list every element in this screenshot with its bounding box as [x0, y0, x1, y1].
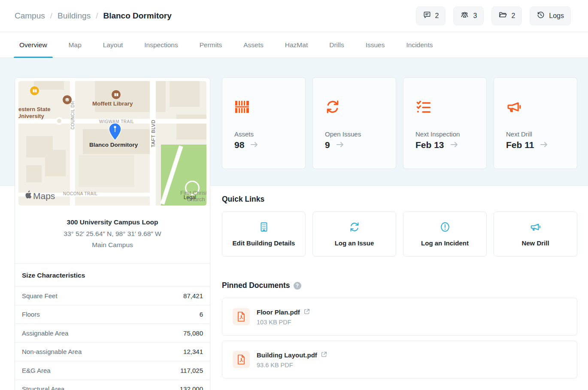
- log-an-incident-button[interactable]: Log an Incident: [403, 212, 487, 257]
- document-meta: 103 KB PDF: [257, 319, 310, 326]
- breadcrumb-buildings[interactable]: Buildings: [58, 11, 91, 21]
- row-value: 132,000: [180, 385, 203, 390]
- logs-button[interactable]: Logs: [530, 6, 571, 25]
- comment-icon: [423, 11, 431, 21]
- stat-value: Feb 13: [415, 140, 444, 150]
- apple-icon: [24, 190, 32, 201]
- pdf-file-icon: [233, 351, 250, 368]
- row-label: Floors: [22, 311, 40, 318]
- row-label: Square Feet: [22, 292, 58, 299]
- map-building-shape: [176, 115, 206, 139]
- building-icon: [258, 221, 270, 234]
- megaphone-icon: [530, 221, 541, 234]
- files-count: 2: [511, 12, 515, 20]
- map-legal-link[interactable]: Legal: [184, 194, 196, 200]
- page-title: Blanco Dormitory: [103, 11, 171, 21]
- map-label-nocona: NOCONA TRAIL: [63, 191, 97, 196]
- stat-cards: Assets 98 Open Issues 9 Next Inspection …: [222, 77, 577, 169]
- map-label-taft: TAFT BLVD: [151, 120, 156, 148]
- sync-icon: [325, 109, 340, 116]
- quick-links-title: Quick Links: [222, 195, 577, 204]
- building-coordinates: 33° 52′ 25.64″ N, 98° 31′ 9.68″ W: [24, 230, 201, 238]
- map-poi-book-icon: [30, 86, 39, 96]
- sync-icon: [349, 221, 360, 234]
- quick-link-label: Log an Incident: [421, 239, 469, 247]
- building-campus: Main Campus: [24, 241, 201, 249]
- tab-permits[interactable]: Permits: [189, 32, 233, 57]
- map-poi-library-icon: [111, 90, 121, 100]
- building-summary-card: COUNCIL DR WIGWAM TRAIL TAFT BLVD NOCONA…: [15, 77, 210, 390]
- row-label: Assignable Area: [22, 330, 68, 337]
- table-row: Non-assignable Area12,341: [15, 343, 210, 362]
- megaphone-icon: [506, 109, 522, 116]
- pinned-documents-title: Pinned Documents: [222, 281, 290, 290]
- comments-button[interactable]: 2: [416, 6, 446, 25]
- external-link-icon[interactable]: [303, 308, 310, 316]
- history-icon: [536, 11, 545, 21]
- row-value: 87,421: [183, 292, 203, 299]
- table-row: Floors6: [15, 305, 210, 324]
- breadcrumb-campus[interactable]: Campus: [15, 11, 45, 21]
- document-floor-plan[interactable]: Floor Plan.pdf 103 KB PDF: [222, 298, 577, 336]
- table-row: Square Feet87,421: [15, 287, 210, 305]
- logs-label: Logs: [549, 12, 564, 20]
- stat-card-next-inspection[interactable]: Next Inspection Feb 13: [403, 77, 487, 169]
- log-an-issue-button[interactable]: Log an Issue: [312, 212, 396, 257]
- stat-label: Open Issues: [325, 130, 384, 138]
- size-characteristics-title: Size Characteristics: [15, 264, 210, 287]
- map-poi-university-icon: [62, 95, 72, 105]
- tab-assets[interactable]: Assets: [233, 32, 274, 57]
- row-label: Structural Area: [22, 385, 64, 390]
- tab-issues[interactable]: Issues: [355, 32, 396, 57]
- stat-card-assets[interactable]: Assets 98: [222, 77, 306, 169]
- files-button[interactable]: 2: [491, 6, 522, 25]
- row-label: E&G Area: [22, 367, 51, 374]
- stat-value: Feb 11: [506, 140, 534, 150]
- map-pin[interactable]: [108, 122, 122, 143]
- table-row: Assignable Area75,080: [15, 324, 210, 343]
- breadcrumb: Campus / Buildings / Blanco Dormitory: [15, 11, 172, 21]
- row-value: 117,025: [180, 367, 203, 374]
- barcode-icon: [234, 109, 251, 116]
- table-row: Structural Area132,000: [15, 380, 210, 390]
- people-button[interactable]: 3: [453, 6, 484, 25]
- external-link-icon[interactable]: [321, 351, 327, 359]
- map-label-moffett: Moffett Library: [92, 100, 133, 108]
- people-count: 3: [473, 12, 477, 20]
- breadcrumb-separator: /: [50, 11, 52, 21]
- map-building-shape: [79, 155, 134, 187]
- stat-card-open-issues[interactable]: Open Issues 9: [312, 77, 396, 169]
- map-pin-label: Blanco Dormitory: [89, 142, 138, 148]
- quick-link-label: Edit Building Details: [233, 239, 295, 247]
- stat-card-next-drill[interactable]: Next Drill Feb 11: [494, 77, 577, 169]
- stat-label: Next Drill: [506, 130, 565, 138]
- tab-inspections[interactable]: Inspections: [133, 32, 188, 57]
- arrow-right-icon: [540, 140, 549, 150]
- tab-drills[interactable]: Drills: [318, 32, 355, 57]
- edit-building-details-button[interactable]: Edit Building Details: [222, 212, 306, 257]
- arrow-right-icon: [250, 140, 259, 150]
- stat-label: Next Inspection: [415, 130, 474, 138]
- checklist-icon: [415, 109, 431, 116]
- document-name: Floor Plan.pdf: [257, 308, 300, 316]
- breadcrumb-separator: /: [96, 11, 98, 21]
- overview-right-column: Assets 98 Open Issues 9 Next Inspection …: [222, 77, 577, 390]
- pdf-file-icon: [233, 308, 250, 325]
- tab-map[interactable]: Map: [58, 32, 92, 57]
- building-address-block: 300 University Campus Loop 33° 52′ 25.64…: [15, 209, 210, 264]
- help-icon[interactable]: ?: [294, 282, 301, 290]
- quick-link-label: Log an Issue: [335, 239, 374, 247]
- document-building-layout[interactable]: Building Layout.pdf 93.6 KB PDF: [222, 341, 577, 378]
- location-map[interactable]: COUNCIL DR WIGWAM TRAIL TAFT BLVD NOCONA…: [18, 81, 206, 206]
- new-drill-button[interactable]: New Drill: [494, 212, 577, 257]
- page-header: Campus / Buildings / Blanco Dormitory 2 …: [0, 0, 588, 32]
- tab-layout[interactable]: Layout: [92, 32, 134, 57]
- tab-hazmat[interactable]: HazMat: [274, 32, 318, 57]
- overview-content: COUNCIL DR WIGWAM TRAIL TAFT BLVD NOCONA…: [0, 58, 588, 390]
- map-building-shape: [170, 81, 200, 107]
- pinned-documents-header: Pinned Documents ?: [222, 281, 577, 290]
- tab-incidents[interactable]: Incidents: [395, 32, 443, 57]
- tab-overview[interactable]: Overview: [9, 32, 58, 57]
- map-building-shape: [26, 165, 42, 182]
- document-meta: 93.6 KB PDF: [257, 362, 327, 369]
